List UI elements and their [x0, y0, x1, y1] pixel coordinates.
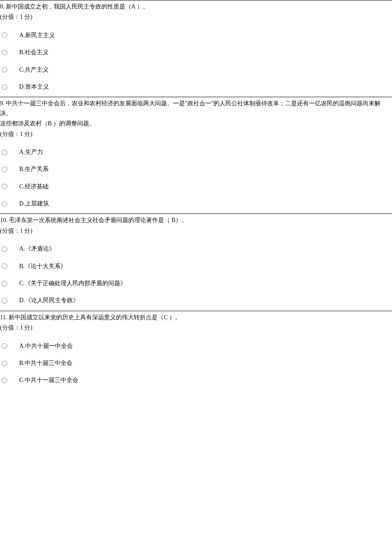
option-radio-c[interactable]	[2, 67, 7, 72]
question-8: 8. 新中国成立之初，我国人民民主专政的性质是（A ）。 (分值：1 分) A.…	[0, 0, 392, 97]
option-label-a: A.生产力	[19, 147, 43, 157]
question-text: 11. 新中国成立以来党的历史上具有深远意义的伟大转折点是（C ）。	[0, 313, 392, 322]
option-radio-a[interactable]	[2, 32, 7, 38]
option-label-a: A.《矛盾论》	[19, 244, 55, 254]
question-text: 10. 毛泽东第一次系统阐述社会主义社会矛盾问题的理论著作是（ B）。	[0, 216, 392, 225]
option-row: C.中共十一届三中全会	[0, 376, 392, 385]
score-label: (分值：1 分)	[0, 130, 392, 139]
option-label-d: D.资本主义	[19, 82, 49, 92]
score-label: (分值：1 分)	[0, 12, 392, 22]
option-row: D.资本主义	[0, 82, 392, 92]
question-stem: 毛泽东第一次系统阐述社会主义社会矛盾问题的理论著作是（ B）。	[9, 217, 187, 223]
question-stem: 新中国成立之初，我国人民民主专政的性质是（A ）。	[6, 3, 149, 10]
question-9: 9. 中共十一届三中全会后，农业和农村经济的发展面临两大问题。一是"政社合一"的…	[0, 97, 392, 214]
question-stem: 中共十一届三中全会后，农业和农村经济的发展面临两大问题。一是"政社合一"的人民公…	[0, 100, 380, 116]
question-11: 11. 新中国成立以来党的历史上具有深远意义的伟大转折点是（C ）。 (分值：1…	[0, 311, 392, 390]
option-radio-d[interactable]	[2, 298, 7, 304]
option-row: A.《矛盾论》	[0, 244, 392, 254]
option-row: B.《论十大关系》	[0, 262, 392, 271]
score-label: (分值：1 分)	[0, 323, 392, 332]
option-row: C.经济基础	[0, 182, 392, 191]
option-label-a: A.中共十届一中全会	[19, 341, 73, 351]
option-label-c: C.共产主义	[19, 65, 49, 75]
option-row: A.生产力	[0, 147, 392, 157]
option-row: B.社会主义	[0, 48, 392, 57]
option-radio-b[interactable]	[2, 50, 7, 55]
question-10: 10. 毛泽东第一次系统阐述社会主义社会矛盾问题的理论著作是（ B）。 (分值：…	[0, 214, 392, 310]
option-radio-b[interactable]	[2, 167, 7, 172]
question-stem: 新中国成立以来党的历史上具有深远意义的伟大转折点是（C ）。	[9, 314, 181, 321]
option-label-b: B.中共十届三中全会	[19, 358, 72, 368]
option-row: B.生产关系	[0, 165, 392, 174]
option-radio-b[interactable]	[2, 263, 7, 269]
option-radio-b[interactable]	[2, 361, 7, 366]
option-radio-a[interactable]	[2, 246, 7, 252]
score-label: (分值：1 分)	[0, 226, 392, 236]
option-radio-d[interactable]	[2, 84, 7, 90]
option-label-b: B.社会主义	[19, 48, 49, 57]
option-radio-a[interactable]	[2, 150, 7, 155]
option-label-c: C.中共十一届三中全会	[19, 376, 78, 385]
option-label-d: D.《论人民民主专政》	[19, 296, 79, 305]
option-radio-a[interactable]	[2, 343, 7, 349]
option-row: B.中共十届三中全会	[0, 358, 392, 368]
option-label-d: D.上层建筑	[19, 199, 49, 208]
option-row: A.新民主主义	[0, 31, 392, 40]
question-number: 10.	[0, 217, 8, 223]
option-label-b: B.生产关系	[19, 165, 49, 174]
option-label-a: A.新民主主义	[19, 31, 55, 40]
option-row: D.《论人民民主专政》	[0, 296, 392, 305]
option-row: D.上层建筑	[0, 199, 392, 208]
question-text-line2: 这些都涉及农村（B ）的调整问题。	[0, 119, 392, 128]
question-number: 8.	[0, 3, 5, 10]
option-radio-c[interactable]	[2, 378, 7, 383]
option-label-c: C.经济基础	[19, 182, 49, 191]
option-label-c: C.《关于正确处理人民内部矛盾的问题》	[19, 279, 126, 288]
option-radio-d[interactable]	[2, 201, 7, 207]
option-radio-c[interactable]	[2, 281, 7, 286]
option-radio-c[interactable]	[2, 184, 7, 189]
option-row: C.《关于正确处理人民内部矛盾的问题》	[0, 279, 392, 288]
question-text: 8. 新中国成立之初，我国人民民主专政的性质是（A ）。	[0, 2, 392, 12]
option-row: A.中共十届一中全会	[0, 341, 392, 351]
question-text: 9. 中共十一届三中全会后，农业和农村经济的发展面临两大问题。一是"政社合一"的…	[0, 99, 392, 118]
question-number: 11.	[0, 314, 7, 321]
option-row: C.共产主义	[0, 65, 392, 75]
question-number: 9.	[0, 100, 5, 107]
option-label-b: B.《论十大关系》	[19, 262, 66, 271]
